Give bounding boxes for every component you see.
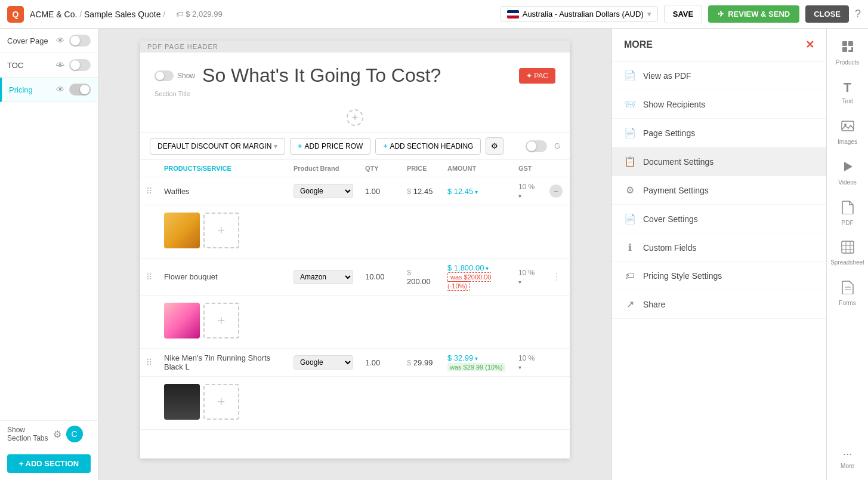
pricing-toolbar: DEFAULT DISCOUNT OR MARGIN ▾ + ADD PRICE… (140, 132, 570, 160)
page-main-title[interactable]: So What's It Going To Cost? (202, 64, 441, 87)
icon-bar-pdf[interactable]: PDF (829, 194, 867, 232)
amount-value[interactable]: $ 12.45 (447, 187, 478, 196)
product-name-cell: Flower bouquet (158, 259, 288, 296)
row-options-icon[interactable]: ⋮ (549, 272, 564, 282)
discount-margin-button[interactable]: DEFAULT DISCOUNT OR MARGIN ▾ (150, 138, 285, 155)
breadcrumb: ACME & Co. / Sample Sales Quote / (30, 10, 165, 19)
more-item-show-recipients[interactable]: 📨 Show Recipients (612, 90, 826, 119)
add-image-button[interactable]: + (203, 213, 239, 248)
teal-action-button[interactable]: C (66, 426, 83, 442)
table-header-row: PRODUCTS/SERVICE Product Brand QTY PRICE… (140, 160, 570, 177)
more-item-cover-settings[interactable]: 📄 Cover Settings (612, 205, 826, 233)
icon-bar-text[interactable]: T Text (829, 74, 867, 110)
icon-bar-more[interactable]: ··· More (829, 442, 867, 475)
show-label-title: Show (177, 72, 195, 80)
brand-select[interactable]: Google (294, 355, 353, 370)
add-section-button[interactable]: + ADD SECTION (7, 454, 91, 473)
save-button[interactable]: SAVE (664, 5, 702, 23)
locale-selector[interactable]: Australia - Australian Dollars (AUD) ▾ (501, 6, 658, 22)
more-panel: MORE ✕ 📄 View as PDF 📨 Show Recipients 📄… (611, 29, 826, 480)
more-item-custom-fields[interactable]: ℹ Custom Fields (612, 233, 826, 262)
forms-icon (841, 280, 854, 297)
main-layout: Cover Page 👁 TOC 👁 Pricing 👁 Show Sectio (0, 29, 868, 480)
pac-button[interactable]: ✦ PAC (519, 68, 555, 84)
price-tag: $ 2,029.99 (176, 10, 222, 19)
sidebar-item-toc[interactable]: TOC 👁 (0, 53, 98, 78)
gst-value[interactable]: 10 % (518, 183, 535, 200)
table-row: ⠿ Waffles Google $ 12.45 $ 12.45 10 % (140, 177, 570, 205)
add-image-button[interactable]: + (203, 384, 239, 420)
sidebar-item-cover-page[interactable]: Cover Page 👁 (0, 29, 98, 53)
add-row-plus[interactable]: + (347, 109, 363, 126)
brand-select[interactable]: Amazon (294, 270, 353, 284)
more-item-payment-settings[interactable]: ⚙ Payment Settings (612, 176, 826, 205)
pricing-style-icon: 🏷 (624, 270, 636, 281)
toggle-toc[interactable] (69, 59, 91, 71)
drag-handle[interactable]: ⠿ (146, 186, 152, 196)
icon-bar-images[interactable]: Images (829, 113, 867, 151)
add-section-heading-button[interactable]: + ADD SECTION HEADING (375, 138, 481, 155)
videos-icon (841, 159, 855, 177)
svg-rect-2 (842, 47, 847, 52)
qty-input[interactable] (365, 358, 395, 367)
qty-input[interactable] (365, 272, 395, 281)
share-icon: ↗ (624, 299, 636, 310)
drag-handle[interactable]: ⠿ (146, 272, 152, 282)
more-item-page-settings[interactable]: 📄 Page Settings (612, 119, 826, 147)
eye-icon-cover[interactable]: 👁 (56, 36, 64, 45)
close-more-button[interactable]: ✕ (805, 38, 814, 51)
gst-value[interactable]: 10 % (518, 269, 535, 286)
more-item-view-pdf[interactable]: 📄 View as PDF (612, 61, 826, 90)
close-button[interactable]: CLOSE (805, 5, 849, 23)
add-image-button[interactable]: + (203, 303, 239, 339)
toggle-cover[interactable] (69, 35, 91, 47)
product-image (164, 213, 200, 248)
icon-bar-forms[interactable]: Forms (829, 274, 867, 312)
col-header-product: PRODUCTS/SERVICE (158, 160, 288, 177)
remove-row-button[interactable]: − (549, 184, 563, 198)
product-image (164, 303, 200, 339)
table-row-images: + (140, 205, 570, 259)
more-item-document-settings[interactable]: 📋 Document Settings (612, 147, 826, 176)
chevron-down-icon: ▾ (647, 10, 651, 19)
help-button[interactable]: ? (855, 8, 861, 20)
toggle-show-title[interactable] (155, 70, 174, 81)
amount-value[interactable]: $ 1,800.00 (447, 263, 489, 272)
images-icon (841, 119, 855, 136)
svg-rect-0 (842, 41, 847, 46)
gear-button[interactable]: ⚙ (53, 429, 61, 440)
eye-icon-pricing[interactable]: 👁 (56, 85, 64, 94)
more-item-pricing-style[interactable]: 🏷 Pricing Style Settings (612, 262, 826, 290)
svg-rect-8 (842, 241, 854, 253)
icon-bar-spreadsheet[interactable]: Spreadsheet (829, 235, 867, 272)
toggle-extra[interactable] (526, 140, 547, 152)
center-content: PDF PAGE HEADER Show So What's It Going … (98, 29, 611, 480)
sidebar-item-pricing[interactable]: Pricing 👁 (0, 78, 98, 102)
svg-rect-1 (848, 41, 853, 46)
toggle-pricing[interactable] (69, 84, 91, 96)
locale-label: Australia - Australian Dollars (AUD) (523, 10, 644, 19)
icon-bar-products[interactable]: Products (829, 33, 867, 72)
amount-value[interactable]: $ 32.99 (447, 353, 478, 362)
chevron-down-icon: ▾ (274, 142, 277, 150)
section-title-label: Section Title (140, 90, 570, 97)
add-price-row-button[interactable]: + ADD PRICE ROW (290, 138, 370, 155)
more-item-share[interactable]: ↗ Share (612, 290, 826, 319)
eye-icon-toc[interactable]: 👁 (56, 60, 64, 70)
product-name-cell: Waffles (158, 177, 288, 205)
table-row-images: + (140, 296, 570, 349)
gst-value[interactable]: 10 % (518, 354, 535, 371)
table-settings-button[interactable]: ⚙ (486, 137, 503, 155)
pricing-table: PRODUCTS/SERVICE Product Brand QTY PRICE… (140, 160, 570, 430)
qty-input[interactable] (365, 187, 395, 196)
product-image (164, 384, 200, 420)
table-row-images: + (140, 377, 570, 430)
toggle-label: G (554, 141, 560, 150)
icon-bar-videos[interactable]: Videos (829, 153, 867, 192)
review-send-button[interactable]: ✈ REVIEW & SEND (708, 5, 799, 23)
brand-select[interactable]: Google (294, 184, 353, 198)
more-dots-icon: ··· (843, 448, 852, 460)
drag-handle[interactable]: ⠿ (146, 358, 152, 367)
show-toggle-row: Show (155, 70, 195, 81)
col-header-price: PRICE (401, 160, 441, 177)
